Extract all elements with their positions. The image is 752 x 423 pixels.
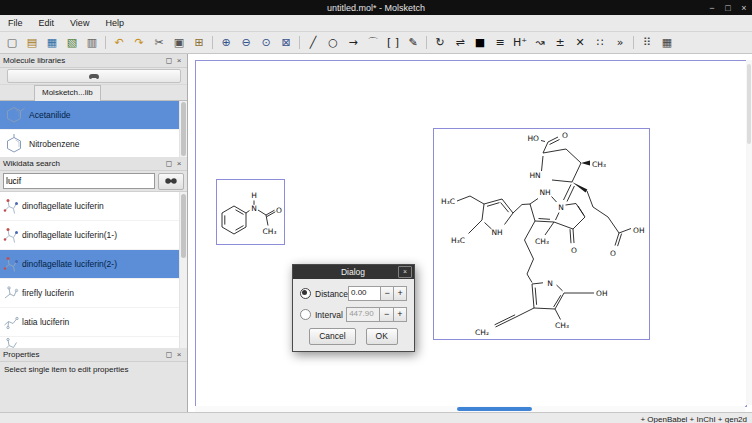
hydrogen-add-tool-button[interactable]: H⁺ (511, 34, 529, 51)
library-item-nitrobenzene[interactable]: Nitrobenzene (0, 130, 179, 157)
window-title: untitled.mol* - Molsketch (48, 3, 704, 13)
menu-file[interactable]: File (0, 17, 31, 29)
distance-decrement-button[interactable]: − (381, 286, 394, 301)
line-width-tool-button[interactable]: ≡ (491, 34, 509, 51)
atom-label-o: O (571, 246, 577, 255)
atom-label-ch3: CH₃ (535, 237, 549, 246)
interval-decrement-button[interactable]: − (380, 307, 393, 322)
canvas-vertical-scrollbar[interactable] (746, 60, 752, 405)
close-panel-icon[interactable]: × (174, 350, 184, 359)
arrow-tool-button[interactable]: → (344, 34, 362, 51)
draw-tool-button[interactable]: ╱ (304, 34, 322, 51)
float-panel-icon[interactable]: ◻ (164, 56, 174, 65)
properties-panel-title: Properties (3, 350, 164, 359)
ring-tool-button[interactable]: ○ (324, 34, 342, 51)
copy-button[interactable]: ▣ (170, 34, 188, 51)
molecule-thumbnail-icon (2, 313, 19, 332)
document-open-button[interactable]: ▤ (23, 34, 41, 51)
pen-tool-button[interactable]: ✎ (404, 34, 422, 51)
atom-label-oh: OH (633, 226, 645, 235)
interval-value-field[interactable]: 447.90 (346, 307, 380, 322)
minimize-button[interactable]: − (704, 3, 720, 13)
zoom-out-button[interactable]: ⊖ (237, 34, 255, 51)
color-swatch-button[interactable]: ■ (471, 34, 489, 51)
snap-grid-tool-button[interactable]: ⠿ (638, 34, 656, 51)
binoculars-icon (164, 176, 178, 186)
library-item-label: Acetanilide (29, 110, 71, 120)
cancel-button[interactable]: Cancel (309, 328, 355, 345)
grid-tool-button[interactable]: ▦ (658, 34, 676, 51)
float-panel-icon[interactable]: ◻ (164, 159, 174, 168)
lone-pair-tool-button[interactable]: ∷ (591, 34, 609, 51)
wikidata-search-input[interactable] (3, 173, 155, 189)
wikidata-panel-header: Wikidata search ◻ × (0, 157, 187, 171)
more-tools-button[interactable]: » (611, 34, 629, 51)
zoom-in-button[interactable]: ⊕ (217, 34, 235, 51)
document-new-button[interactable]: ▢ (3, 34, 21, 51)
wikidata-result-item[interactable]: latia luciferin (0, 308, 179, 337)
wikidata-result-item-selected[interactable]: dinoflagellate luciferin(2-) (0, 250, 179, 279)
dialog-close-button[interactable]: × (398, 266, 412, 278)
library-selector-button[interactable] (7, 69, 181, 83)
dialog-titlebar[interactable]: Dialog × (293, 265, 414, 279)
paste-button[interactable]: ⊞ (190, 34, 208, 51)
close-panel-icon[interactable]: × (174, 56, 184, 65)
atom-label-h: H (251, 191, 257, 200)
molecule-scene: H N O CH₃ (188, 54, 752, 412)
menu-view[interactable]: View (62, 17, 97, 29)
canvas-horizontal-scrollbar[interactable] (195, 406, 745, 412)
curved-arrow-tool-button[interactable]: ⌒ (364, 34, 382, 51)
mechanism-arrow-tool-button[interactable]: ↝ (531, 34, 549, 51)
tab-molsketch-lib[interactable]: Molsketch...lib (34, 85, 101, 102)
atom-label-ch2: CH₂ (475, 328, 489, 337)
reaction-arrow-tool-button[interactable]: ⇌ (451, 34, 469, 51)
scrollbar-thumb[interactable] (457, 407, 532, 411)
cut-button[interactable]: ✂ (150, 34, 168, 51)
wikidata-result-item[interactable]: firefly luciferin (0, 279, 179, 308)
menu-help[interactable]: Help (97, 17, 132, 29)
properties-panel-header: Properties ◻ × (0, 348, 187, 362)
wikidata-result-item[interactable]: dinoflagellate luciferin(1-) (0, 221, 179, 250)
canvas[interactable]: H N O CH₃ (188, 54, 752, 412)
library-scrollbar[interactable] (179, 101, 187, 157)
acetanilide-labels: H N O CH₃ (251, 191, 282, 236)
atom-label-nh: NH (491, 228, 502, 237)
zoom-fit-button[interactable]: ⊠ (277, 34, 295, 51)
distance-value-field[interactable]: 0.00 (348, 286, 381, 301)
wikidata-result-label: dinoflagellate luciferin(2-) (22, 259, 117, 269)
close-button[interactable]: × (736, 3, 752, 13)
wikidata-scrollbar[interactable] (179, 192, 187, 348)
wikidata-result-item[interactable]: dinoflagellate luciferin (0, 192, 179, 221)
float-panel-icon[interactable]: ◻ (164, 350, 174, 359)
interval-radio[interactable] (300, 309, 311, 320)
library-item-acetanilide[interactable]: Acetanilide (0, 101, 179, 130)
bracket-tool-button[interactable]: [ ] (384, 34, 402, 51)
scrollbar-thumb[interactable] (747, 64, 751, 144)
sidebar: Molecule libraries ◻ × Molsketch...lib (0, 54, 188, 412)
maximize-button[interactable]: □ (720, 3, 736, 13)
molecule-thumbnail-icon (2, 255, 19, 274)
distance-radio[interactable] (300, 288, 311, 299)
undo-button[interactable]: ↶ (110, 34, 128, 51)
titlebar[interactable]: untitled.mol* - Molsketch − □ × (0, 0, 752, 15)
zoom-original-button[interactable]: ⊙ (257, 34, 275, 51)
distance-increment-button[interactable]: + (394, 286, 407, 301)
ok-button[interactable]: OK (366, 328, 398, 345)
statusbar: + OpenBabel + InChI + gen2d (0, 412, 752, 423)
rotate-tool-button[interactable]: ↻ (431, 34, 449, 51)
delete-tool-button[interactable]: ✕ (571, 34, 589, 51)
interval-increment-button[interactable]: + (394, 307, 407, 322)
atom-label-o: O (610, 249, 616, 258)
export-image-button[interactable]: ▧ (63, 34, 81, 51)
search-button[interactable] (158, 173, 184, 190)
atom-label-n: N (558, 203, 564, 212)
wikidata-result-item-partial[interactable] (0, 337, 179, 348)
redo-button[interactable]: ↷ (130, 34, 148, 51)
close-panel-icon[interactable]: × (174, 159, 184, 168)
charge-tool-button[interactable]: ± (551, 34, 569, 51)
document-save-button[interactable]: ▦ (43, 34, 61, 51)
atom-label-ch3: CH₃ (592, 160, 606, 169)
molecule-thumbnail-icon (2, 104, 26, 126)
menu-edit[interactable]: Edit (31, 17, 63, 29)
print-button[interactable]: ▥ (83, 34, 101, 51)
